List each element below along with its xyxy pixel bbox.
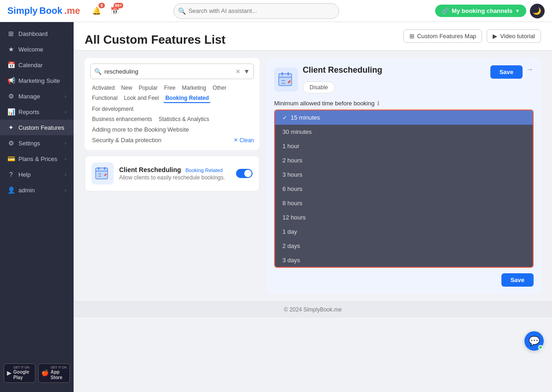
chevron-right-icon: › — [65, 110, 66, 115]
header-actions: ⊞ Custom Features Map ▶ Video tutorial — [403, 29, 541, 50]
filter-tag-look-feel[interactable]: Look and Feel — [122, 94, 161, 103]
dropdown-item-6hours[interactable]: 6 hours — [275, 182, 533, 196]
dropdown-item-15min[interactable]: ✓ 15 minutes — [275, 110, 533, 125]
sidebar-item-custom-features[interactable]: ✦ Custom Features — [0, 120, 74, 135]
dropdown-list: ✓ 15 minutes 30 minutes 1 hour 2 hours — [275, 110, 533, 267]
dropdown-box: ✓ 15 minutes 30 minutes 1 hour 2 hours — [274, 110, 534, 268]
filter-tag-activated[interactable]: Activated — [90, 84, 116, 92]
filter-tag-other[interactable]: Other — [211, 84, 228, 92]
dropdown-section: Minimum allowed time before booking ℹ ✓ … — [274, 100, 534, 268]
dashboard-icon: ⊞ — [7, 30, 15, 37]
clean-button[interactable]: ✕ Clean — [234, 137, 254, 144]
sidebar-item-admin[interactable]: 👤 admin › — [0, 182, 74, 198]
page-title: All Custom Features List — [85, 33, 403, 47]
sidebar-item-plans-prices[interactable]: 💳 Plans & Prices › — [0, 151, 74, 167]
sidebar-item-reports[interactable]: 📊 Reports › — [0, 104, 74, 120]
filter-tag-marketing[interactable]: Marketing — [180, 84, 208, 92]
dropdown-item-2hours[interactable]: 2 hours — [275, 153, 533, 167]
sidebar-item-settings[interactable]: ⚙ Settings › — [0, 135, 74, 151]
calendar-icon: 📅 — [7, 61, 15, 69]
custom-features-map-button[interactable]: ⊞ Custom Features Map — [403, 29, 483, 43]
save-button-top[interactable]: Save — [490, 65, 523, 79]
chevron-right-icon: › — [65, 172, 66, 177]
search-input[interactable] — [173, 3, 339, 19]
clear-icon[interactable]: ✕ — [236, 68, 241, 75]
dropdown-label: Minimum allowed time before booking ℹ — [274, 100, 534, 107]
dropdown-item-3hours[interactable]: 3 hours — [275, 167, 533, 182]
feature-card-client-rescheduling[interactable]: Client Rescheduling Booking Related Allo… — [85, 156, 259, 191]
filter-tag-functional[interactable]: Functional — [90, 94, 119, 103]
sidebar: ⊞ Dashboard ★ Welcome 📅 Calendar 📢 Marke… — [0, 22, 74, 392]
notif-badge: 5 — [98, 3, 105, 8]
plans-icon: 💳 — [7, 155, 15, 162]
filter-tag-business-enhancements[interactable]: Business enhancements — [90, 115, 154, 123]
filter-tag-adding-more[interactable]: Adding more to the Booking Website — [90, 125, 191, 134]
search-icon: 🔍 — [94, 68, 102, 75]
right-feature-icon — [274, 68, 298, 92]
dark-mode-button[interactable]: 🌙 — [530, 4, 545, 18]
calendar-button[interactable]: 📅 99+ — [108, 4, 122, 18]
filter-tag-new[interactable]: New — [119, 84, 134, 92]
my-booking-channels-button[interactable]: 🔗 My booking channels ▼ — [435, 5, 526, 17]
right-panel-header: Client Rescheduling Disable Save → — [274, 65, 534, 93]
filter-tags-row2: Functional Look and Feel Booking Related… — [90, 94, 254, 113]
save-button-bottom[interactable]: Save — [501, 273, 534, 287]
grid-icon: ⊞ — [409, 33, 414, 40]
filter-tag-popular[interactable]: Popular — [137, 84, 159, 92]
filter-tag-for-development[interactable]: For development — [90, 105, 135, 113]
sidebar-item-help[interactable]: ? Help › — [0, 167, 74, 182]
dropdown-item-1day[interactable]: 1 day — [275, 225, 533, 239]
clean-icon: ✕ — [234, 137, 238, 143]
manage-icon: ⚙ — [7, 92, 15, 100]
filter-tag-booking-related[interactable]: Booking Related — [163, 94, 211, 103]
sidebar-item-marketing-suite[interactable]: 📢 Marketing Suite — [0, 73, 74, 88]
nav-right: 🔗 My booking channels ▼ 🌙 — [435, 4, 545, 18]
right-calendar-svg — [277, 70, 295, 89]
logo[interactable]: SimplyBook.me — [7, 6, 80, 16]
filter-tag-security[interactable]: Security & Data protection — [90, 136, 163, 144]
link-icon: 🔗 — [442, 7, 449, 14]
help-icon: ? — [7, 171, 15, 178]
reports-icon: 📊 — [7, 108, 15, 115]
filter-tag-statistics-analytics[interactable]: Statistics & Analytics — [157, 115, 211, 123]
dropdown-item-1hour[interactable]: 1 hour — [275, 139, 533, 153]
close-icon[interactable]: → — [526, 65, 534, 74]
admin-icon: 👤 — [7, 186, 15, 194]
sidebar-item-welcome[interactable]: ★ Welcome — [0, 41, 74, 57]
dropdown-item-30min[interactable]: 30 minutes — [275, 125, 533, 139]
feature-search-input[interactable] — [104, 68, 236, 75]
dropdown-item-12hours[interactable]: 12 hours — [275, 210, 533, 225]
video-tutorial-button[interactable]: ▶ Video tutorial — [487, 29, 541, 43]
filter-tags-row3: Business enhancements Statistics & Analy… — [90, 115, 254, 123]
google-play-badge[interactable]: ▶ GET IT ON Google Play — [4, 363, 35, 383]
sidebar-item-dashboard[interactable]: ⊞ Dashboard — [0, 26, 74, 41]
chevron-right-icon: › — [65, 94, 66, 99]
sidebar-item-manage[interactable]: ⚙ Manage › — [0, 88, 74, 104]
dropdown-item-3days[interactable]: 3 days — [275, 253, 533, 267]
right-title-block: Client Rescheduling Disable — [274, 65, 382, 93]
filter-tag-free[interactable]: Free — [162, 84, 178, 92]
dropdown-item-2days[interactable]: 2 days — [275, 239, 533, 253]
apple-icon: 🍎 — [41, 369, 49, 376]
chat-bubble[interactable]: 💬 — [524, 331, 544, 351]
app-store-badge[interactable]: 🍎 GET IT ON App Store — [38, 363, 70, 383]
online-status-dot — [538, 345, 543, 350]
footer-text: © 2024 SimplyBook.me — [284, 306, 342, 313]
feature-toggle[interactable] — [236, 169, 253, 178]
settings-icon: ⚙ — [7, 139, 15, 147]
notifications-button[interactable]: 🔔 5 — [89, 4, 104, 18]
store-badges: ▶ GET IT ON Google Play 🍎 GET IT ON App … — [0, 358, 74, 388]
svg-rect-2 — [98, 167, 99, 170]
filter-icon[interactable]: ▼ — [243, 68, 250, 75]
feature-card-info: Client Rescheduling Booking Related Allo… — [119, 166, 230, 181]
right-panel: Client Rescheduling Disable Save → — [267, 58, 541, 294]
disable-button[interactable]: Disable — [303, 81, 335, 93]
right-feature-title: Client Rescheduling Disable — [303, 65, 382, 93]
calendar-badge: 99+ — [114, 3, 123, 8]
dropdown-item-8hours[interactable]: 8 hours — [275, 196, 533, 210]
svg-rect-6 — [279, 74, 292, 86]
feature-card-icon — [92, 162, 114, 184]
top-nav: SimplyBook.me 🔔 5 📅 99+ 🔍 🔗 My booking c… — [0, 0, 552, 22]
search-field: 🔍 ✕ ▼ — [90, 63, 254, 79]
sidebar-item-calendar[interactable]: 📅 Calendar — [0, 57, 74, 73]
